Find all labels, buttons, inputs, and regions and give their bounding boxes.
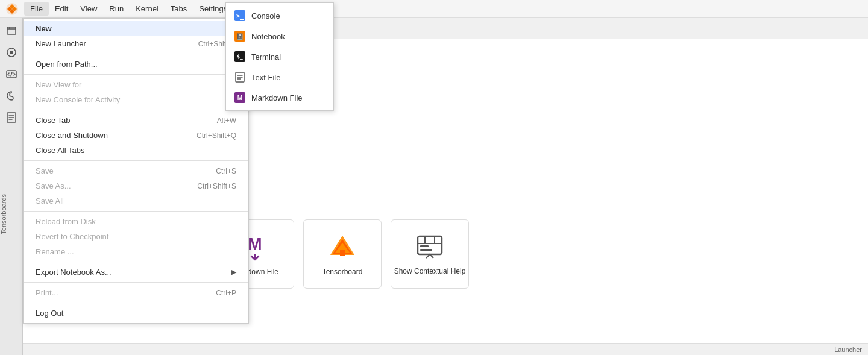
svg-rect-17 — [420, 249, 432, 251]
sidebar-icon-palette[interactable] — [2, 86, 21, 105]
markdown-sm-icon: M — [233, 91, 247, 104]
menu-item-new-console-for: New Console for Activity — [24, 92, 248, 107]
menu-item-logout[interactable]: Log Out — [24, 306, 248, 321]
menu-item-save: Save Ctrl+S — [24, 163, 248, 178]
menu-item-close-all-tabs[interactable]: Close All Tabs — [24, 143, 248, 158]
menu-item-new[interactable]: New ▶ — [24, 21, 248, 36]
sidebar-icon-commands[interactable] — [2, 64, 21, 84]
sidebar: Tensorboards — [0, 18, 23, 355]
notebook-icon: 📓 — [233, 30, 247, 43]
menu-item-revert-checkpoint: Revert to Checkpoint — [24, 229, 248, 244]
svg-point-3 — [10, 51, 13, 54]
menu-item-save-as: Save As... Ctrl+Shift+S — [24, 178, 248, 193]
submenu-item-textfile[interactable]: Text File — [226, 67, 333, 87]
svg-rect-14 — [340, 250, 345, 256]
menu-sep-2 — [24, 74, 248, 75]
tensorboard-label: Tensorboard — [322, 268, 363, 276]
sidebar-icon-files[interactable] — [2, 21, 21, 40]
menu-item-rename: Rename ... — [24, 244, 248, 259]
menu-file[interactable]: File — [24, 2, 49, 16]
card-tensorboard[interactable]: Tensorboard — [303, 219, 382, 289]
new-submenu: >_ Console 📓 Notebook $_ Terminal Text F… — [225, 2, 334, 111]
card-contextual-help[interactable]: Show Contextual Help — [391, 219, 469, 289]
menu-kernel[interactable]: Kernel — [130, 2, 165, 16]
menu-item-close-shutdown[interactable]: Close and Shutdown Ctrl+Shift+Q — [24, 128, 248, 143]
menu-item-export-notebook[interactable]: Export Notebook As... ▶ — [24, 265, 248, 280]
menu-sep-1 — [24, 54, 248, 54]
menu-item-open-from-path[interactable]: Open from Path... — [24, 57, 248, 72]
submenu-arrow-export: ▶ — [231, 268, 236, 276]
menu-item-new-view-for: New View for — [24, 77, 248, 92]
statusbar: Launcher — [0, 343, 868, 355]
menu-run[interactable]: Run — [103, 2, 130, 16]
file-dropdown-menu: New ▶ New Launcher Ctrl+Shift+L Open fro… — [23, 18, 249, 324]
menu-item-save-all: Save All — [24, 193, 248, 209]
menu-sep-7 — [24, 282, 248, 283]
sidebar-tensorboards-label: Tensorboards — [0, 194, 23, 234]
menubar: File Edit View Run Kernel Tabs Settings … — [0, 0, 868, 18]
console-icon: >_ — [233, 9, 247, 22]
menu-edit[interactable]: Edit — [49, 2, 74, 16]
tensorboard-icon — [327, 233, 357, 263]
menu-item-reload-disk: Reload from Disk — [24, 214, 248, 229]
terminal-sm-icon: $_ — [233, 50, 247, 63]
contextual-help-label: Show Contextual Help — [394, 267, 466, 277]
menu-sep-8 — [24, 303, 248, 303]
menu-sep-4 — [24, 160, 248, 161]
contextual-help-icon — [415, 232, 445, 262]
menu-item-new-launcher[interactable]: New Launcher Ctrl+Shift+L — [24, 36, 248, 51]
menu-sep-3 — [24, 110, 248, 110]
submenu-item-console[interactable]: >_ Console — [226, 5, 333, 26]
svg-rect-16 — [420, 245, 429, 247]
textfile-sm-icon — [233, 71, 247, 84]
menu-sep-6 — [24, 262, 248, 262]
submenu-item-markdown[interactable]: M Markdown File — [226, 87, 333, 108]
menu-tabs[interactable]: Tabs — [165, 2, 193, 16]
submenu-item-terminal[interactable]: $_ Terminal — [226, 46, 333, 67]
menu-item-print: Print... Ctrl+P — [24, 285, 248, 300]
svg-rect-1 — [7, 27, 16, 34]
app-logo — [5, 2, 19, 16]
statusbar-right-label: Launcher — [834, 346, 862, 353]
menu-sep-5 — [24, 211, 248, 212]
menu-item-close-tab[interactable]: Close Tab Alt+W — [24, 113, 248, 128]
submenu-item-notebook[interactable]: 📓 Notebook — [226, 26, 333, 46]
menu-view[interactable]: View — [74, 2, 103, 16]
sidebar-icon-running[interactable] — [2, 43, 21, 62]
sidebar-icon-notebook[interactable] — [2, 108, 21, 127]
